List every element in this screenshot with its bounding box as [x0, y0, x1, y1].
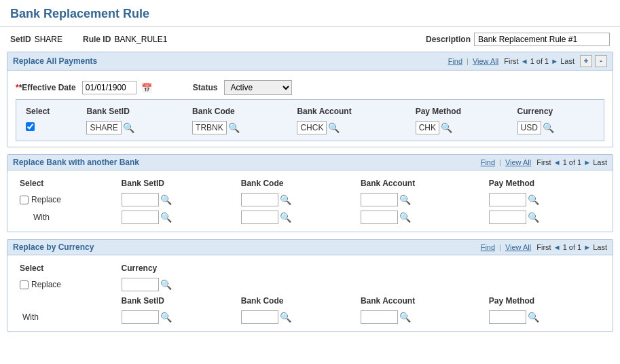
- replace-currency-table: Select Currency Replace: [16, 261, 604, 326]
- prev-arrow[interactable]: ◄: [521, 57, 528, 65]
- rc-with-code-input[interactable]: [241, 310, 278, 324]
- rc-with-setid-input[interactable]: [122, 310, 159, 324]
- rb-find-link[interactable]: Find: [481, 158, 495, 166]
- rc-replace-currency-input[interactable]: [122, 278, 159, 291]
- rb-col-bank-account: Bank Account: [357, 176, 485, 191]
- rb-replace-setid-icon[interactable]: 🔍: [160, 194, 172, 205]
- rb-first-label[interactable]: First: [536, 158, 551, 166]
- rb-with-setid-icon[interactable]: 🔍: [160, 212, 172, 223]
- row-bank-account-cell: CHCK 🔍: [293, 119, 411, 136]
- rc-find-link[interactable]: Find: [481, 243, 495, 251]
- rb-with-code-search: 🔍: [241, 211, 352, 224]
- rb-prev-arrow[interactable]: ◄: [553, 158, 561, 166]
- ruleid-label: Rule ID: [83, 35, 111, 44]
- rc-with-account-search: 🔍: [361, 310, 481, 324]
- replace-bank-title: Replace Bank with another Bank: [13, 158, 139, 167]
- rb-replace-setid-cell: 🔍: [117, 191, 237, 208]
- rb-next-arrow[interactable]: ►: [583, 158, 591, 166]
- rb-col-pay-method: Pay Method: [485, 176, 604, 191]
- rb-replace-paymethod-input[interactable]: [489, 193, 526, 206]
- page-title: Bank Replacement Rule: [0, 0, 620, 27]
- rb-with-code-cell: 🔍: [237, 208, 357, 226]
- calendar-icon[interactable]: 📅: [141, 83, 152, 93]
- effective-date-field: **Effective Date 📅: [16, 81, 152, 94]
- effective-date-input[interactable]: [82, 81, 136, 94]
- rb-with-account-input[interactable]: [361, 211, 398, 224]
- rc-replace-currency-icon[interactable]: 🔍: [160, 279, 172, 290]
- rb-replace-label: Replace: [31, 195, 61, 204]
- rb-with-account-icon[interactable]: 🔍: [399, 212, 411, 223]
- rc-with-paymethod-input[interactable]: [489, 310, 526, 324]
- rc-replace-currency-cell: 🔍: [117, 276, 237, 293]
- bank-code-search-icon[interactable]: 🔍: [228, 122, 240, 133]
- col-bank-code: Bank Code: [188, 104, 293, 119]
- rc-with-account-icon[interactable]: 🔍: [399, 312, 411, 323]
- rb-page-count: 1 of 1: [563, 158, 582, 166]
- rb-replace-paymethod-icon[interactable]: 🔍: [528, 194, 539, 205]
- rb-with-setid-input[interactable]: [122, 211, 159, 224]
- rb-replace-code-input[interactable]: [241, 193, 278, 206]
- rc-last-label[interactable]: Last: [593, 243, 607, 251]
- pay-method-search-icon[interactable]: 🔍: [441, 122, 452, 133]
- replace-bank-nav: Find | View All: [481, 158, 532, 166]
- rb-with-paymethod-input[interactable]: [489, 211, 526, 224]
- rc-first-label[interactable]: First: [536, 243, 551, 251]
- viewall-link[interactable]: View All: [473, 57, 498, 65]
- rb-col-select: Select: [16, 176, 117, 191]
- find-link[interactable]: Find: [448, 57, 462, 65]
- rb-with-code-input[interactable]: [241, 211, 278, 224]
- rc-with-code-icon[interactable]: 🔍: [280, 312, 291, 323]
- rc-col-currency: Currency: [117, 261, 237, 276]
- description-field: Description: [426, 33, 610, 46]
- rb-replace-code-cell: 🔍: [237, 191, 357, 208]
- rb-last-label[interactable]: Last: [593, 158, 607, 166]
- remove-row-button[interactable]: -: [595, 55, 607, 67]
- last-label[interactable]: Last: [560, 57, 575, 65]
- rc-prev-arrow[interactable]: ◄: [553, 243, 561, 251]
- description-label: Description: [426, 35, 471, 44]
- rc-replace-checkbox[interactable]: [20, 280, 29, 289]
- replace-all-count: First ◄ 1 of 1 ► Last: [504, 57, 575, 65]
- currency-search-icon[interactable]: 🔍: [543, 122, 554, 133]
- rb-replace-account-input[interactable]: [361, 193, 398, 206]
- rc-replace-currency-search: 🔍: [122, 278, 233, 291]
- currency-search: USD 🔍: [517, 121, 594, 134]
- rb-with-paymethod-cell: 🔍: [485, 208, 604, 226]
- rb-with-paymethod-icon[interactable]: 🔍: [528, 212, 539, 223]
- rb-replace-account-icon[interactable]: 🔍: [399, 194, 411, 205]
- rb-col-bank-code: Bank Code: [237, 176, 357, 191]
- rc-with-label: With: [20, 312, 39, 322]
- rc-with-paymethod-icon[interactable]: 🔍: [528, 312, 539, 323]
- rc-col-bank-setid: Bank SetID: [117, 293, 237, 308]
- bank-setid-search-icon[interactable]: 🔍: [123, 122, 134, 133]
- pay-method-value: CHK: [416, 121, 439, 134]
- replace-all-header: Replace All Payments Find | View All Fir…: [7, 52, 613, 71]
- rc-with-account-cell: 🔍: [357, 308, 485, 326]
- status-select[interactable]: Active Inactive: [224, 80, 292, 95]
- bank-account-search-icon[interactable]: 🔍: [328, 122, 340, 133]
- rb-with-setid-search: 🔍: [122, 211, 233, 224]
- rb-replace-paymethod-cell: 🔍: [485, 191, 604, 208]
- rb-replace-checkbox[interactable]: [20, 196, 29, 204]
- row-currency-cell: USD 🔍: [513, 119, 598, 136]
- rc-with-setid-icon[interactable]: 🔍: [160, 312, 172, 323]
- description-input[interactable]: [474, 33, 610, 46]
- add-row-button[interactable]: +: [580, 55, 592, 67]
- pay-method-search: CHK 🔍: [416, 121, 509, 134]
- rb-replace-setid-input[interactable]: [122, 193, 159, 206]
- next-arrow[interactable]: ►: [551, 57, 558, 65]
- row-select-checkbox[interactable]: [26, 122, 35, 131]
- status-label: Status: [193, 83, 218, 92]
- rb-with-code-icon[interactable]: 🔍: [280, 212, 291, 223]
- rb-replace-code-icon[interactable]: 🔍: [280, 194, 291, 205]
- replace-currency-count: First ◄ 1 of 1 ► Last: [536, 243, 607, 251]
- rc-with-account-input[interactable]: [361, 310, 398, 324]
- section-controls: + -: [580, 55, 607, 67]
- rc-with-label-cell: With: [16, 308, 117, 326]
- first-label[interactable]: First: [504, 57, 518, 65]
- rb-viewall-link[interactable]: View All: [505, 158, 531, 166]
- rc-viewall-link[interactable]: View All: [505, 243, 531, 251]
- replace-all-nav: Find | View All: [448, 57, 499, 65]
- rc-next-arrow[interactable]: ►: [583, 243, 591, 251]
- col-bank-account: Bank Account: [293, 104, 411, 119]
